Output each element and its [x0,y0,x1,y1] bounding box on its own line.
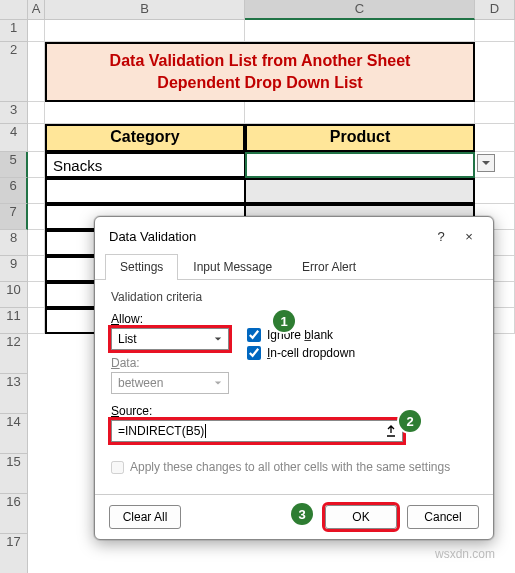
row-header-8[interactable]: 8 [0,230,28,256]
row-header-17[interactable]: 17 [0,534,28,573]
dialog-titlebar[interactable]: Data Validation ? × [95,217,493,253]
data-value: between [118,376,163,390]
column-headers: A B C D [0,0,515,20]
source-label: Source: [111,404,477,418]
tab-input-message[interactable]: Input Message [178,254,287,280]
data-select: between [111,372,229,394]
row-header-5[interactable]: 5 [0,152,28,178]
badge-3: 3 [291,503,313,525]
row-header-4[interactable]: 4 [0,124,28,152]
range-picker-icon[interactable] [382,423,400,439]
header-category[interactable]: Category [45,124,245,152]
badge-2: 2 [399,410,421,432]
col-header-d[interactable]: D [475,0,515,20]
col-header-c[interactable]: C [245,0,475,20]
cell-a2[interactable] [28,42,45,102]
apply-changes-input [111,461,124,474]
dialog-buttons: Clear All OK Cancel 3 [95,494,493,539]
chevron-down-icon [210,375,226,391]
cell-d2[interactable] [475,42,515,102]
chevron-down-icon [210,331,226,347]
allow-value: List [118,332,137,346]
cell-d3[interactable] [475,102,515,124]
title-line1: Data Validation List from Another Sheet [55,50,465,72]
cell-a4[interactable] [28,124,45,152]
cell-a7[interactable] [28,204,45,230]
data-label: Data: [111,356,229,370]
row-header-7[interactable]: 7 [0,204,28,230]
cell-a10[interactable] [28,282,45,308]
cell-d6[interactable] [475,178,515,204]
dialog-title-text: Data Validation [109,229,427,244]
apply-changes-checkbox: Apply these changes to all other cells w… [111,460,477,474]
text-cursor [205,424,206,438]
cell-b3[interactable] [45,102,245,124]
ignore-blank-checkbox[interactable]: Ignore blank [247,328,355,342]
incell-dropdown-checkbox[interactable]: In-cell dropdown [247,346,355,360]
cell-b5[interactable]: Snacks [45,152,245,178]
row-header-9[interactable]: 9 [0,256,28,282]
dropdown-arrow-icon[interactable] [477,154,495,172]
row-header-11[interactable]: 11 [0,308,28,334]
validation-criteria-label: Validation criteria [111,290,477,304]
cell-d4[interactable] [475,124,515,152]
cell-c3[interactable] [245,102,475,124]
row-header-1[interactable]: 1 [0,20,28,42]
badge-1: 1 [273,310,295,332]
incell-dropdown-input[interactable] [247,346,261,360]
row-header-12[interactable]: 12 [0,334,28,374]
cell-a5[interactable] [28,152,45,178]
watermark: wsxdn.com [435,547,495,561]
row-header-3[interactable]: 3 [0,102,28,124]
cell-b6[interactable] [45,178,245,204]
row-headers: 1 2 3 4 5 6 7 8 9 10 11 12 13 14 15 16 1… [0,20,28,573]
col-header-a[interactable]: A [28,0,45,20]
title-cell[interactable]: Data Validation List from Another Sheet … [45,42,475,102]
header-product[interactable]: Product [245,124,475,152]
allow-select[interactable]: List [111,328,229,350]
incell-dropdown-label: In-cell dropdown [267,346,355,360]
ok-button[interactable]: OK [325,505,397,529]
cell-a3[interactable] [28,102,45,124]
cell-b1[interactable] [45,20,245,42]
cell-c5[interactable] [245,152,475,178]
tab-settings[interactable]: Settings [105,254,178,280]
dialog-tabs: Settings Input Message Error Alert [95,253,493,280]
help-button[interactable]: ? [427,225,455,247]
allow-label: AAllow:llow: [111,312,229,326]
row-header-16[interactable]: 16 [0,494,28,534]
row-header-15[interactable]: 15 [0,454,28,494]
cell-a11[interactable] [28,308,45,334]
cancel-button[interactable]: Cancel [407,505,479,529]
row-header-14[interactable]: 14 [0,414,28,454]
apply-changes-label: Apply these changes to all other cells w… [130,460,450,474]
cell-d1[interactable] [475,20,515,42]
cell-c1[interactable] [245,20,475,42]
settings-panel: Validation criteria AAllow:llow: List Da… [95,280,493,494]
row-header-2[interactable]: 2 [0,42,28,102]
col-header-b[interactable]: B [45,0,245,20]
cell-a6[interactable] [28,178,45,204]
title-line2: Dependent Drop Down List [55,72,465,94]
tab-error-alert[interactable]: Error Alert [287,254,371,280]
row-header-10[interactable]: 10 [0,282,28,308]
ignore-blank-input[interactable] [247,328,261,342]
cell-a1[interactable] [28,20,45,42]
select-all-corner[interactable] [0,0,28,20]
row-header-13[interactable]: 13 [0,374,28,414]
row-header-6[interactable]: 6 [0,178,28,204]
clear-all-button[interactable]: Clear All [109,505,181,529]
cell-a9[interactable] [28,256,45,282]
cell-a8[interactable] [28,230,45,256]
close-button[interactable]: × [455,225,483,247]
source-value: =INDIRECT(B5) [118,424,204,438]
source-input[interactable]: =INDIRECT(B5) [111,420,403,442]
cell-c6[interactable] [245,178,475,204]
data-validation-dialog: Data Validation ? × Settings Input Messa… [94,216,494,540]
